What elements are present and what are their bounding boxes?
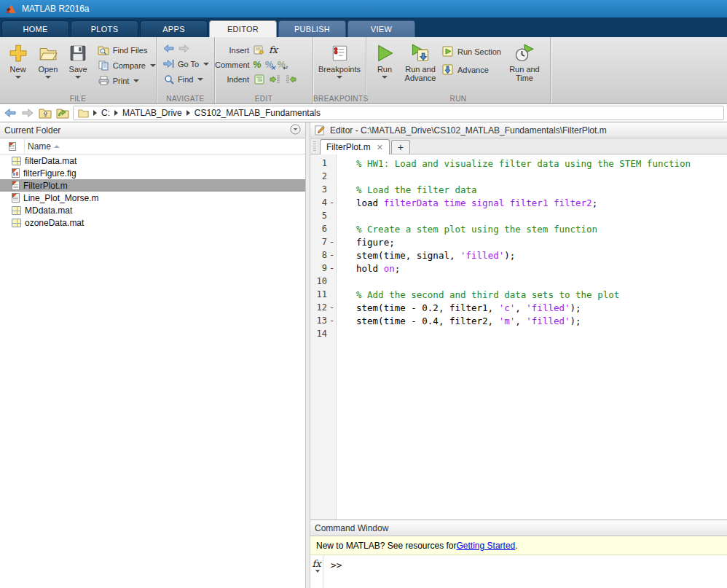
print-button[interactable]: Print [98,75,156,86]
advance-button[interactable]: Advance [442,64,501,75]
gutter-line[interactable]: 13- [310,314,336,327]
save-button[interactable]: Save [63,40,93,103]
compare-dropdown-caret[interactable] [150,64,156,67]
type-column-header[interactable] [0,138,25,154]
gutter-line[interactable]: 5 [310,209,336,222]
tab-editor[interactable]: EDITOR [209,20,277,37]
code-line[interactable]: stem(time, signal, 'filled'); [356,248,727,262]
code-line[interactable]: stem(time - 0.4, filter2, 'm', 'filled')… [356,314,727,327]
code-line[interactable]: % Add the second and third data sets to … [356,288,727,301]
goto-dropdown-caret[interactable] [203,63,209,66]
insert-section-icon[interactable] [253,44,265,55]
code-line[interactable]: stem(time - 0.2, filter1, 'c', 'filled')… [356,301,727,314]
panel-menu-icon[interactable] [290,124,301,137]
breakpoints-button[interactable]: Breakpoints [315,40,364,103]
gutter-line[interactable]: 1 [310,157,336,170]
getting-started-link[interactable]: Getting Started [457,541,516,551]
new-button[interactable]: New [3,40,33,103]
file-row[interactable]: Line_Plot_Morse.m [0,192,305,204]
breadcrumb[interactable]: C: MATLAB_Drive CS102_MATLAB_Fundamental… [73,106,724,120]
code-line[interactable]: figure; [356,235,727,248]
new-dropdown-caret[interactable] [15,76,21,79]
code-line[interactable]: % HW1: Load and visualize filter data us… [356,157,727,170]
code-line[interactable] [356,327,727,340]
command-prompt[interactable]: >> [323,555,342,588]
tab-view[interactable]: VIEW [347,20,415,37]
tab-home[interactable]: HOME [1,20,69,37]
code-area[interactable]: 1234-567-8-9-101112-13-14 % HW1: Load an… [310,154,727,520]
fx-gutter[interactable]: fx [310,555,323,588]
back-icon[interactable] [162,43,175,54]
breakpoints-dropdown-caret[interactable] [337,76,342,79]
browse-folder-icon[interactable] [55,106,70,119]
gutter-line[interactable]: 14 [310,327,336,340]
code-line[interactable]: load filterData time signal filter1 filt… [356,196,727,209]
compare-button[interactable]: Compare [98,60,156,71]
code-line[interactable]: % Create a stem plot using the stem func… [356,222,727,235]
save-dropdown-caret[interactable] [75,76,81,79]
gutter-line[interactable]: 8- [310,248,336,262]
editor-gutter[interactable]: 1234-567-8-9-101112-13-14 [310,154,337,520]
file-list[interactable]: filterData.mat filterFigure.fig FilterPl… [0,154,305,588]
gutter-line[interactable]: 12- [310,301,336,314]
file-row-selected[interactable]: FilterPlot.m [0,179,305,192]
gutter-line[interactable]: 4- [310,196,336,209]
gutter-line[interactable]: 11 [310,288,336,301]
uncomment-icon[interactable]: %✕ [265,59,274,70]
gutter-line[interactable]: 2 [310,170,336,183]
run-button[interactable]: Run [369,40,400,103]
code-line[interactable] [356,170,727,183]
run-dropdown-caret[interactable] [382,76,388,79]
find-dropdown-caret[interactable] [197,78,203,81]
run-and-advance-button[interactable]: Run and Advance [400,40,441,103]
gutter-line[interactable]: 6 [310,222,336,235]
up-one-level-icon[interactable] [38,106,52,119]
wrap-comments-icon[interactable]: %↵ [277,59,286,70]
file-row[interactable]: filterData.mat [0,154,305,167]
indent-right-icon[interactable] [269,74,281,85]
breadcrumb-item-matlab-drive[interactable]: MATLAB_Drive [122,108,182,118]
find-button[interactable]: Find [162,74,214,85]
code-line[interactable]: hold on; [356,262,727,275]
command-window-body[interactable]: fx >> [310,555,727,588]
editor-tab-filterplot[interactable]: FilterPlot.m ✕ [320,139,390,154]
file-row[interactable]: MDdata.mat [0,204,305,216]
tab-close-icon[interactable]: ✕ [377,143,383,152]
file-list-column-header[interactable]: Name [0,138,305,154]
new-tab-button[interactable]: + [391,140,410,154]
file-row[interactable]: ozoneData.mat [0,216,305,229]
gutter-line[interactable]: 9- [310,262,336,275]
run-and-time-button[interactable]: Run and Time [506,40,543,103]
editor-header: Editor - C:\MATLAB_Drive\CS102_MATLAB_Fu… [310,122,727,138]
smart-indent-icon[interactable] [253,74,265,85]
file-row[interactable]: filterFigure.fig [0,167,305,179]
code-line[interactable]: % Load the filter data [356,183,727,196]
address-back-icon[interactable] [3,106,17,119]
gutter-line[interactable]: 10 [310,275,336,288]
forward-icon[interactable] [178,43,190,54]
run-section-button[interactable]: Run Section [442,46,501,57]
current-folder-title: Current Folder [4,125,60,136]
insert-function-icon[interactable]: fx [269,44,278,55]
print-dropdown-caret[interactable] [133,79,139,82]
goto-button[interactable]: Go To [162,58,214,69]
open-button[interactable]: Open [33,40,63,103]
name-column-header[interactable]: Name [25,141,60,152]
drag-grip[interactable] [313,141,316,151]
code-line[interactable] [356,209,727,222]
address-forward-icon[interactable] [20,106,35,119]
find-files-button[interactable]: Find Files [98,44,156,55]
gutter-line[interactable]: 7- [310,235,336,248]
comment-icon[interactable]: % [253,59,262,70]
tab-apps[interactable]: APPS [140,20,208,37]
open-dropdown-caret[interactable] [45,76,51,79]
breadcrumb-item-folder[interactable]: CS102_MATLAB_Fundamentals [194,108,321,118]
tab-plots[interactable]: PLOTS [71,20,138,37]
code-lines[interactable]: % HW1: Load and visualize filter data us… [337,154,727,520]
fx-icon[interactable]: fx [312,560,321,588]
gutter-line[interactable]: 3 [310,183,336,196]
tab-publish[interactable]: PUBLISH [278,20,346,37]
code-line[interactable] [356,275,727,288]
indent-left-icon[interactable] [285,74,297,85]
breadcrumb-item-drive[interactable]: C: [101,108,110,118]
